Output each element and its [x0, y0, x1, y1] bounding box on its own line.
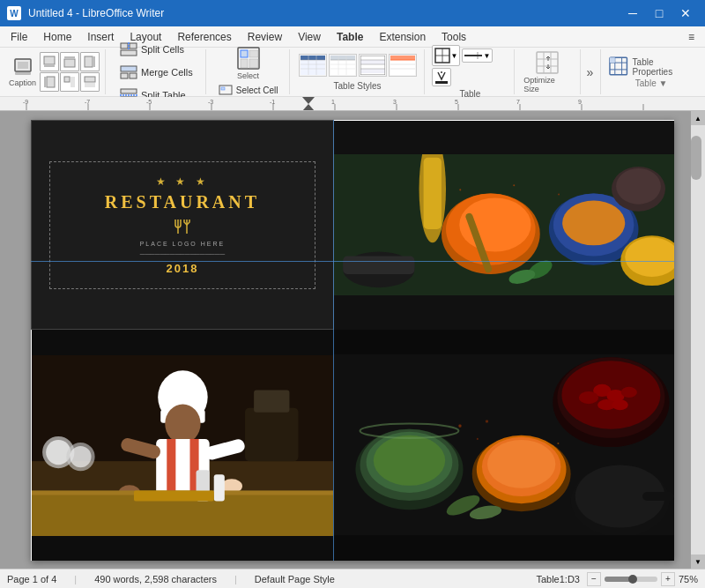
- scroll-down-button[interactable]: ▼: [691, 555, 705, 569]
- zoom-slider[interactable]: [605, 577, 657, 582]
- document-area: ★ ★ ★ RESTAURANT PLACE LOGO HERE: [0, 111, 705, 569]
- table-cell-bowls: [333, 330, 674, 561]
- caption-section: Caption: [4, 49, 106, 94]
- app-icon: W: [7, 6, 21, 20]
- menu-file[interactable]: File: [4, 29, 34, 45]
- svg-rect-21: [130, 73, 137, 78]
- maximize-button[interactable]: □: [647, 4, 672, 23]
- word-count: 490 words, 2,598 characters: [94, 574, 217, 584]
- vertical-scrollbar[interactable]: ▲ ▼: [691, 111, 705, 569]
- svg-rect-3: [44, 56, 55, 64]
- caption-btn-6[interactable]: [80, 72, 100, 92]
- table-cell-chef: [32, 330, 334, 561]
- table-style-1[interactable]: [299, 54, 327, 77]
- scroll-thumb[interactable]: [691, 136, 701, 180]
- select-button[interactable]: Select: [236, 46, 261, 80]
- svg-rect-16: [130, 43, 137, 48]
- close-button[interactable]: ✕: [673, 4, 698, 23]
- bowls-image: [333, 354, 674, 535]
- svg-rect-116: [343, 257, 414, 274]
- merge-cells-button[interactable]: Merge Cells: [115, 63, 198, 82]
- svg-rect-26: [241, 50, 248, 57]
- svg-rect-19: [121, 66, 137, 71]
- stars-decoration: ★ ★ ★: [63, 175, 301, 188]
- caption-btn-1[interactable]: [40, 52, 59, 71]
- svg-point-157: [612, 400, 628, 411]
- caption-btn-4[interactable]: [40, 72, 59, 92]
- svg-text:-9: -9: [23, 99, 28, 105]
- menu-extension[interactable]: Extension: [372, 29, 433, 45]
- minimize-button[interactable]: ─: [620, 4, 645, 23]
- line-color-button[interactable]: [432, 68, 451, 86]
- status-bar: Page 1 of 4 | 490 words, 2,598 character…: [0, 569, 705, 588]
- svg-rect-171: [486, 421, 488, 423]
- menu-home[interactable]: Home: [36, 29, 78, 45]
- table-style-2[interactable]: [329, 54, 357, 77]
- svg-point-123: [616, 168, 661, 205]
- title-bar: W Untitled 4 - LibreOffice Writer ─ □ ✕: [0, 0, 705, 26]
- page-count: Page 1 of 4: [7, 574, 56, 584]
- menu-table[interactable]: Table: [330, 29, 370, 45]
- select-cell-button[interactable]: Select Cell: [213, 82, 284, 98]
- svg-point-63: [441, 71, 442, 73]
- caption-btn-3[interactable]: [80, 52, 100, 71]
- svg-rect-76: [610, 57, 615, 63]
- svg-rect-31: [221, 87, 225, 90]
- svg-rect-126: [245, 407, 299, 461]
- optimize-section: Optimize Size: [516, 49, 578, 94]
- svg-text:5: 5: [455, 99, 458, 105]
- spices-image: [334, 154, 674, 295]
- svg-text:-3: -3: [208, 99, 213, 105]
- borders-button[interactable]: ▼: [432, 45, 461, 66]
- svg-point-168: [487, 440, 555, 488]
- scroll-up-button[interactable]: ▲: [691, 111, 705, 125]
- svg-rect-15: [121, 43, 128, 48]
- table-cell-restaurant: ★ ★ ★ RESTAURANT PLACE LOGO HERE: [32, 121, 334, 330]
- svg-rect-40: [330, 56, 355, 60]
- table-cell-spices: [333, 121, 674, 330]
- menu-bar: File Home Insert Layout References Revie…: [0, 26, 705, 48]
- table-properties-button[interactable]: Table Properties: [608, 56, 694, 77]
- caption-btn-2[interactable]: [60, 52, 79, 71]
- svg-text:7: 7: [516, 99, 520, 105]
- svg-point-153: [579, 391, 598, 404]
- menu-review[interactable]: Review: [241, 29, 289, 45]
- svg-text:9: 9: [578, 99, 582, 105]
- window-title: Untitled 4 - LibreOffice Writer: [28, 7, 164, 19]
- table-style-3[interactable]: [359, 54, 387, 77]
- content-table: ★ ★ ★ RESTAURANT PLACE LOGO HERE: [31, 120, 674, 561]
- svg-rect-33: [301, 56, 325, 60]
- svg-rect-146: [133, 490, 213, 501]
- svg-rect-5: [64, 59, 75, 67]
- svg-rect-17: [121, 50, 137, 56]
- svg-rect-121: [558, 194, 560, 196]
- svg-text:-1: -1: [270, 99, 275, 105]
- menu-tools[interactable]: Tools: [434, 29, 473, 45]
- caption-button[interactable]: Caption: [9, 56, 36, 87]
- svg-text:-5: -5: [146, 99, 152, 105]
- line-style-button[interactable]: ▼: [462, 48, 493, 63]
- svg-text:1: 1: [331, 99, 335, 105]
- svg-rect-27: [249, 50, 258, 57]
- zoom-out-button[interactable]: −: [587, 572, 601, 586]
- overflow-button[interactable]: »: [584, 63, 595, 81]
- svg-rect-22: [121, 89, 137, 93]
- restaurant-year: 2018: [63, 262, 301, 275]
- table-cell-ref: Table1:D3: [536, 574, 580, 584]
- svg-rect-170: [477, 438, 479, 440]
- svg-point-134: [165, 404, 200, 443]
- svg-rect-47: [360, 60, 385, 64]
- table-style-4[interactable]: [389, 54, 417, 77]
- svg-rect-2: [18, 62, 28, 69]
- svg-rect-77: [0, 97, 691, 111]
- svg-rect-160: [642, 492, 674, 501]
- svg-rect-12: [70, 77, 75, 87]
- split-cells-button[interactable]: Split Cells: [115, 40, 189, 59]
- menu-overflow[interactable]: ≡: [681, 29, 701, 45]
- svg-rect-54: [390, 56, 415, 60]
- caption-btn-5[interactable]: [60, 72, 79, 92]
- chef-image: [32, 355, 334, 536]
- svg-rect-29: [249, 59, 258, 68]
- menu-view[interactable]: View: [291, 29, 328, 45]
- zoom-in-button[interactable]: +: [661, 572, 675, 586]
